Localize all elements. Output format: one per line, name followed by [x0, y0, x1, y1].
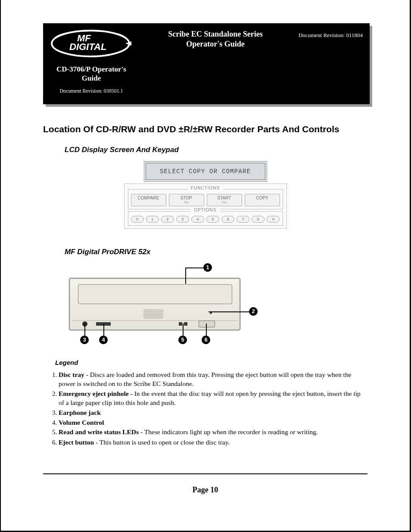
option-key-4[interactable]: 4	[191, 216, 204, 223]
drive-figure: 1 2 3 4 5 6	[65, 263, 367, 348]
legend-term: Emergency eject pinhole	[59, 390, 129, 397]
lcd-screen: SELECT COPY OR COMPARE	[146, 163, 265, 180]
start-button-sublabel: Yes	[208, 201, 241, 204]
subdoc-title: CD-3706/P Operator's Guide	[49, 65, 134, 83]
page-number: Page 10	[43, 485, 367, 495]
option-key-7[interactable]: 7	[237, 216, 249, 223]
callout-1-line	[185, 268, 203, 268]
option-key-0[interactable]: 0	[131, 216, 144, 223]
callout-3: 3	[80, 336, 89, 344]
series-title-line2: Operator's Guide	[186, 40, 245, 48]
callout-1: 1	[203, 263, 212, 272]
legend-item-5: Read and write status LEDs - These indic…	[59, 428, 367, 437]
subdoc-title-line1: CD-3706/P Operator's	[56, 65, 126, 73]
stop-button-sublabel: No	[170, 201, 203, 204]
options-label: OPTIONS	[190, 208, 220, 212]
section-heading: Location Of CD-R/RW and DVD ±R/±RW Recor…	[43, 124, 367, 134]
disc-tray	[78, 284, 232, 304]
header-block: MF DIGITAL Scribe EC Standalone Series O…	[43, 23, 367, 104]
option-key-3[interactable]: 3	[176, 216, 189, 223]
copy-button-label: COPY	[256, 196, 268, 200]
drive-label-icon	[143, 309, 163, 319]
brand-logo: MF DIGITAL	[47, 27, 134, 60]
drive-stage: 1 2 3 4 5 6	[65, 263, 259, 348]
callout-6-line	[206, 324, 207, 336]
logo-text-digital: DIGITAL	[69, 41, 106, 52]
callout-4: 4	[99, 336, 108, 344]
subsection-heading-drive: MF Digital ProDRIVE 52x	[65, 248, 367, 256]
option-key-5[interactable]: 5	[206, 216, 219, 223]
options-group: OPTIONS 0 1 2 3 4 5 6 7 8 9	[128, 211, 283, 226]
functions-label: FUNCTIONS	[187, 186, 223, 190]
callout-3-line	[84, 324, 85, 336]
options-row: 0 1 2 3 4 5 6 7 8 9	[131, 216, 280, 223]
header-bar: MF DIGITAL Scribe EC Standalone Series O…	[43, 23, 370, 104]
option-key-8[interactable]: 8	[252, 216, 265, 223]
eject-button	[199, 320, 215, 327]
copy-button[interactable]: COPY	[245, 194, 280, 206]
stop-button[interactable]: STOP No	[169, 194, 204, 206]
subsection-heading-keypad: LCD Display Screen And Keypad	[65, 146, 367, 154]
doc-revision-right: Document Revision: 011804	[299, 32, 363, 39]
option-key-2[interactable]: 2	[161, 216, 174, 223]
legend-term: Eject button	[59, 439, 94, 446]
legend-item-4: Volume Control	[59, 418, 367, 427]
footer-rule	[43, 473, 367, 474]
lcd-bezel: SELECT COPY OR COMPARE	[144, 161, 267, 182]
option-key-9[interactable]: 9	[267, 216, 280, 223]
callout-1-line	[185, 268, 186, 284]
legend-desc: - This button is used to open or close t…	[94, 439, 230, 446]
legend-desc: - These indicators light up when the rec…	[139, 428, 318, 436]
callout-2-line	[209, 311, 250, 312]
page-frame: MF DIGITAL Scribe EC Standalone Series O…	[0, 0, 411, 532]
start-button-label: START	[218, 196, 231, 200]
subdoc-title-line2: Guide	[82, 74, 101, 82]
legend-term: Volume Control	[59, 419, 104, 426]
series-title-line1: Scribe EC Standalone Series	[168, 30, 263, 38]
keypad-device: SELECT COPY OR COMPARE FUNCTIONS COMPARE…	[124, 161, 287, 229]
legend-term: Read and write status LEDs	[59, 428, 139, 436]
legend-heading: Legend	[55, 359, 367, 366]
keypad-panel: FUNCTIONS COMPARE STOP No START	[124, 184, 287, 229]
legend-term: Earphone jack	[59, 409, 101, 416]
series-title: Scribe EC Standalone Series Operator's G…	[144, 29, 286, 50]
callout-5-line	[183, 324, 184, 336]
legend-desc: - Discs are loaded and removed from this…	[59, 371, 352, 387]
callout-4-line	[103, 324, 104, 336]
compare-button-label: COMPARE	[138, 196, 159, 200]
compare-button[interactable]: COMPARE	[131, 194, 166, 206]
callout-5: 5	[178, 336, 187, 344]
option-key-6[interactable]: 6	[221, 216, 234, 223]
start-button[interactable]: START Yes	[207, 194, 242, 206]
legend-list: Disc tray - Discs are loaded and removed…	[43, 370, 367, 448]
callout-6: 6	[202, 336, 210, 344]
callout-2: 2	[249, 307, 258, 316]
page-content: MF DIGITAL Scribe EC Standalone Series O…	[17, 16, 393, 495]
legend-item-6: Eject button - This button is used to op…	[59, 438, 367, 448]
legend-item-2: Emergency eject pinhole - In the event t…	[59, 389, 367, 408]
option-key-1[interactable]: 1	[146, 216, 159, 223]
functions-row: COMPARE STOP No START Yes COPY	[131, 194, 280, 206]
stop-button-label: STOP	[181, 196, 192, 200]
subdoc-revision: Document Revision: 030501.1	[49, 88, 134, 94]
drive-body	[69, 278, 240, 330]
mf-digital-logo-icon: MF DIGITAL	[50, 28, 131, 59]
legend-term: Disc tray	[59, 371, 84, 378]
keypad-figure: SELECT COPY OR COMPARE FUNCTIONS COMPARE…	[43, 161, 367, 229]
functions-group: FUNCTIONS COMPARE STOP No START	[128, 189, 283, 209]
legend-item-3: Earphone jack	[59, 408, 367, 417]
legend-item-1: Disc tray - Discs are loaded and removed…	[59, 370, 367, 389]
